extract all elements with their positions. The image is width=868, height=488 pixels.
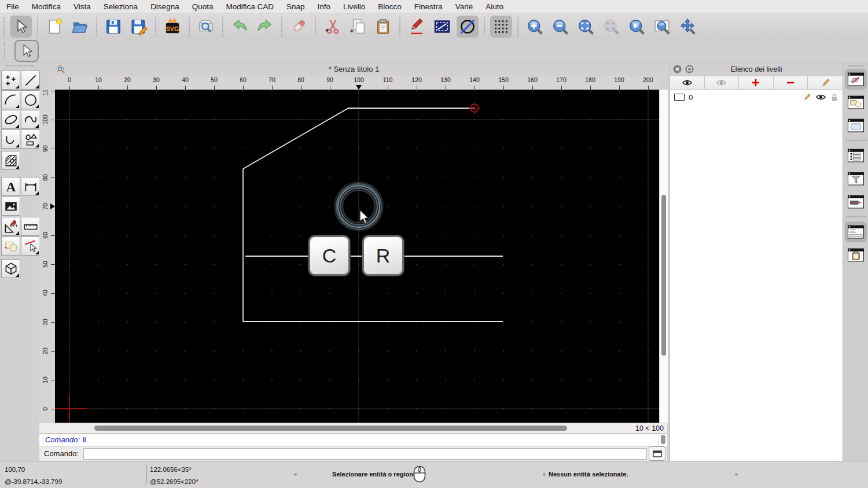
dock-clipboard-button[interactable] — [845, 245, 867, 265]
history-scrollbar-thumb[interactable] — [661, 435, 665, 444]
menu-item-varie[interactable]: Varie — [449, 2, 480, 11]
select-tool-button[interactable] — [1, 236, 20, 256]
vertical-scrollbar-thumb[interactable] — [661, 195, 666, 356]
dock-command-widget-button[interactable] — [845, 221, 867, 242]
zoom-previous-button[interactable] — [626, 16, 648, 38]
close-panel-icon[interactable] — [673, 65, 682, 73]
entity-attributes-button[interactable] — [457, 16, 479, 38]
menu-item-modifica-cad[interactable]: Modifica CAD — [219, 2, 280, 11]
solids-tool-button[interactable] — [1, 259, 20, 278]
zoom-window-button[interactable] — [651, 16, 673, 38]
print-preview-button[interactable] — [195, 16, 217, 38]
grid-dot — [387, 148, 388, 149]
menu-item-aiuto[interactable]: Aiuto — [479, 2, 510, 11]
lines-tool-button[interactable] — [21, 71, 40, 90]
open-file-button[interactable] — [69, 16, 91, 38]
svg-export-button[interactable]: SVG — [161, 16, 183, 38]
measure-tool-button[interactable] — [21, 217, 40, 236]
hatches-tool-button[interactable] — [1, 151, 20, 170]
palette-drag-handle[interactable] — [6, 65, 34, 66]
dock-pen-palette-button[interactable] — [845, 191, 867, 212]
toolbar-drag-handle[interactable] — [4, 42, 5, 60]
zoom-pan-button[interactable] — [676, 16, 698, 38]
layer-visible-eye-icon[interactable] — [815, 93, 826, 101]
menu-item-finestra[interactable]: Finestra — [408, 2, 449, 11]
menu-item-vista[interactable]: Vista — [67, 2, 97, 11]
show-all-layers-button[interactable] — [670, 76, 705, 89]
grid-dot — [416, 235, 417, 236]
undo-button[interactable] — [229, 16, 251, 38]
toolbar-drag-handle[interactable] — [3, 17, 5, 36]
polylines-tool-button[interactable] — [1, 130, 20, 149]
points-tool-button[interactable] — [1, 71, 20, 90]
menu-item-quota[interactable]: Quota — [186, 2, 220, 11]
menu-item-snap[interactable]: Snap — [280, 2, 311, 11]
new-document-button[interactable] — [43, 16, 65, 38]
drawing-canvas[interactable]: C R — [55, 90, 659, 423]
circles-tool-button[interactable] — [21, 90, 40, 109]
layer-row-0[interactable]: 0 — [670, 90, 843, 105]
menu-item-seleziona[interactable]: Seleziona — [97, 2, 144, 11]
ruler-tick — [561, 86, 562, 90]
horizontal-scrollbar[interactable]: 10 < 100 — [39, 423, 667, 434]
dock-library-browser-button[interactable] — [845, 115, 867, 136]
dock-filter-button[interactable] — [845, 168, 867, 189]
zoom-selected-button[interactable] — [600, 16, 622, 38]
menu-item-disegna[interactable]: Disegna — [144, 2, 186, 11]
dimensions-tool-button[interactable] — [21, 177, 40, 196]
delete-button[interactable] — [288, 16, 310, 38]
dock-layer-list-button[interactable] — [845, 69, 867, 90]
menu-item-info[interactable]: Info — [311, 2, 337, 11]
paste-button[interactable] — [372, 16, 394, 38]
history-scrollbar[interactable] — [658, 434, 667, 446]
command-window-toggle-button[interactable] — [649, 446, 665, 461]
dock-entity-list-button[interactable] — [845, 145, 867, 166]
edit-layer-button[interactable] — [808, 76, 843, 89]
grid-dot — [561, 350, 562, 352]
menu-item-modifica[interactable]: Modifica — [25, 2, 67, 11]
command-row: Comando: — [39, 446, 667, 461]
grid-dot — [474, 206, 475, 207]
attributes-pen-button[interactable] — [406, 16, 428, 38]
layer-edit-pencil-icon[interactable] — [803, 93, 811, 102]
horizontal-scrollbar-thumb[interactable] — [94, 426, 567, 431]
copy-button[interactable] — [347, 16, 369, 38]
splines-tool-button[interactable] — [21, 110, 40, 129]
zoom-out-button[interactable] — [549, 16, 571, 38]
float-panel-icon[interactable] — [685, 65, 694, 73]
grid-dot — [98, 379, 99, 380]
menu-item-file[interactable]: File — [0, 2, 25, 11]
ruler-h-label: 140 — [469, 76, 480, 83]
grid-dot — [445, 293, 446, 294]
zoom-auto-button[interactable] — [575, 16, 597, 38]
cut-button[interactable] — [321, 16, 343, 38]
grid-snap-button[interactable] — [490, 16, 512, 38]
save-button[interactable] — [102, 16, 124, 38]
dock-block-list-button[interactable] — [845, 92, 867, 113]
save-as-button[interactable] — [128, 16, 150, 38]
images-tool-button[interactable] — [1, 197, 20, 216]
zoom-in-button[interactable] — [524, 16, 546, 38]
layer-lock-icon[interactable] — [830, 93, 838, 102]
menu-item-blocco[interactable]: Blocco — [372, 2, 408, 11]
redo-button[interactable] — [254, 16, 276, 38]
vertical-scrollbar[interactable] — [659, 90, 668, 423]
grid-dot — [300, 206, 301, 207]
add-layer-button[interactable] — [739, 76, 774, 89]
arcs-tool-button[interactable] — [1, 90, 20, 109]
text-tool-button[interactable]: A — [1, 177, 20, 196]
deselect-tool-button[interactable] — [21, 236, 40, 256]
grid-dot — [358, 235, 359, 236]
remove-layer-button[interactable] — [774, 76, 808, 89]
ellipses-tool-button[interactable] — [1, 110, 20, 129]
hide-all-layers-button[interactable] — [705, 76, 740, 89]
modify-tool-button[interactable] — [1, 217, 20, 236]
selection-pointer-button[interactable] — [10, 16, 32, 38]
dock-drag-handle[interactable] — [848, 65, 863, 66]
polygons-tool-button[interactable] — [21, 130, 40, 149]
command-input[interactable] — [83, 448, 647, 460]
grid-dot — [329, 408, 330, 409]
active-tool-pointer-button[interactable] — [14, 40, 39, 62]
menu-item-livello[interactable]: Livello — [337, 2, 372, 11]
draft-mode-button[interactable] — [431, 16, 453, 38]
